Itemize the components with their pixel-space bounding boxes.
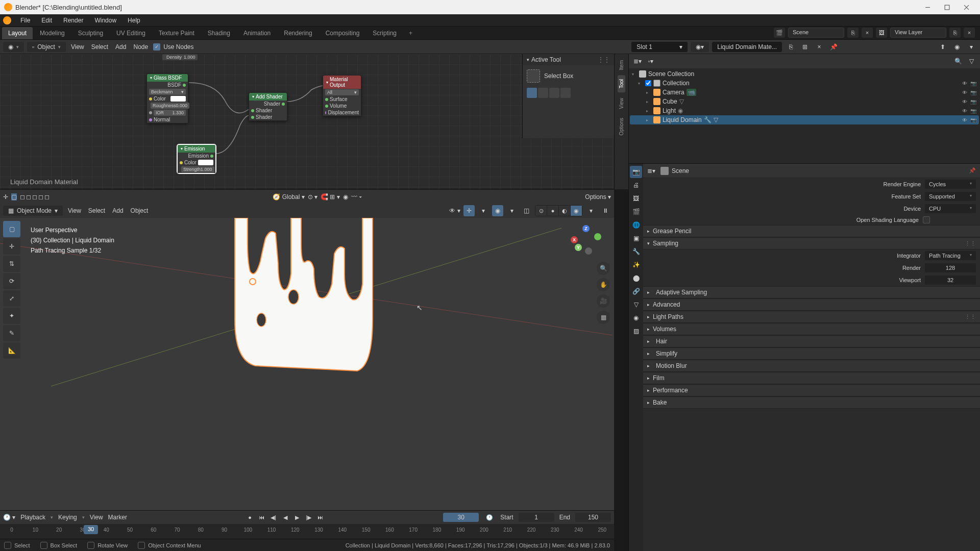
next-keyframe-button[interactable]: |▶	[303, 512, 314, 522]
glass-color-swatch[interactable]	[170, 96, 186, 102]
scene-delete-button[interactable]: ×	[862, 28, 873, 38]
osl-checkbox[interactable]	[923, 216, 930, 223]
node-snap-button[interactable]: ⬆	[937, 41, 948, 53]
device-dropdown[interactable]: CPU▾	[925, 204, 976, 213]
outliner-light[interactable]: ▸ Light ◉ 👁📷	[630, 106, 979, 115]
scene-new-button[interactable]: ⎘	[847, 28, 859, 38]
tab-layout[interactable]: Layout	[2, 27, 33, 39]
tab-uv-editing[interactable]: UV Editing	[110, 27, 152, 39]
tool-move[interactable]: ⇅	[3, 256, 20, 272]
shader-output-socket-icon[interactable]	[282, 103, 285, 106]
node-menu-select[interactable]: Select	[89, 42, 110, 52]
mesh-data-icon[interactable]: ▽	[679, 98, 684, 105]
timeline-editor-type[interactable]: 🕐 ▾	[3, 514, 15, 521]
select-mode-new[interactable]	[527, 88, 537, 98]
proportional-edit-button[interactable]: ◉	[343, 193, 348, 201]
window-maximize-button[interactable]	[937, 0, 957, 14]
timeline-ruler[interactable]: 0102030405060708090100110120130140150160…	[0, 524, 614, 539]
menu-help[interactable]: Help	[126, 16, 142, 25]
vp-menu-object[interactable]: Object	[129, 206, 151, 216]
interaction-mode-dropdown[interactable]: ▦ Object Mode ▾	[3, 206, 63, 216]
pan-tool-icon[interactable]: ✋	[597, 278, 610, 291]
outliner-editor-type[interactable]: ≣▾	[632, 56, 643, 67]
outliner-scene-collection[interactable]: ▾ Scene Collection	[630, 69, 979, 79]
outliner-search-icon[interactable]: 🔍	[952, 56, 964, 67]
glass-roughness-field[interactable]: Roughness0.000	[151, 103, 189, 109]
tab-texture-paint[interactable]: Texture Paint	[153, 27, 201, 39]
tab-shading[interactable]: Shading	[202, 27, 236, 39]
tab-scripting[interactable]: Scripting	[366, 27, 403, 39]
props-editor-type[interactable]: ≣▾	[647, 167, 657, 174]
menu-window[interactable]: Window	[92, 16, 118, 25]
tool-annotate[interactable]: ✎	[3, 325, 20, 341]
tool-cursor[interactable]: ✛	[3, 238, 20, 255]
outliner-filter-icon[interactable]: ▽	[966, 56, 977, 67]
outliner-cube[interactable]: ▸ Cube ▽ 👁📷	[630, 97, 979, 106]
bsdf-output-socket-icon[interactable]	[183, 84, 186, 87]
zoom-tool-icon[interactable]: 🔍	[597, 262, 610, 275]
shading-matpreview-button[interactable]: ◐	[559, 206, 570, 216]
collection-enable-checkbox[interactable]	[645, 80, 651, 86]
end-frame-field[interactable]: 150	[575, 513, 611, 522]
shader-input2-socket-icon[interactable]	[251, 116, 254, 119]
select-extend-button[interactable]: ◻	[26, 193, 31, 201]
scene-name-field[interactable]: Scene	[788, 28, 844, 38]
material-unlink-button[interactable]: ×	[814, 41, 825, 53]
play-button[interactable]: ▶	[291, 512, 303, 522]
overlay-dropdown[interactable]: ▾	[506, 205, 518, 216]
perspective-toggle-icon[interactable]: ▦	[597, 311, 610, 324]
vp-menu-select[interactable]: Select	[86, 206, 107, 216]
window-minimize-button[interactable]	[918, 0, 937, 14]
ptab-viewlayer[interactable]: 🖼	[630, 192, 642, 205]
section-light-paths[interactable]: ▸Light Paths⋮⋮	[643, 311, 980, 323]
pin-icon[interactable]: 📌	[969, 167, 976, 174]
ptab-particle[interactable]: ✨	[630, 259, 642, 271]
node-menu-node[interactable]: Node	[131, 42, 150, 52]
ptab-constraint[interactable]: 🔗	[630, 285, 642, 297]
node-editor-canvas[interactable]: Density 1.000 ▾Glass BSDF BSDF Beckmann▾…	[0, 54, 614, 189]
shader-type-dropdown[interactable]: ▫ Object ▾	[27, 42, 66, 52]
select-mode-extend[interactable]	[538, 88, 548, 98]
emission-color-socket-icon[interactable]	[180, 161, 183, 164]
timeline-menu-view[interactable]: View	[90, 514, 103, 521]
ntab-tool[interactable]: Tool	[618, 75, 625, 92]
pivot-dropdown[interactable]: ⊙ ▾	[308, 193, 317, 201]
material-new-button[interactable]: ⊞	[799, 41, 811, 53]
material-slot-dropdown[interactable]: Slot 1 ▾	[631, 42, 688, 52]
editor-type-icon[interactable]: ✛	[3, 193, 8, 201]
modifier-icon[interactable]: 🔧	[704, 116, 712, 123]
viewport-axis-gizmo[interactable]: Z X Y	[571, 225, 601, 256]
tab-compositing[interactable]: Compositing	[320, 27, 366, 39]
section-simplify[interactable]: ▸Simplify	[643, 347, 980, 360]
ptab-mesh[interactable]: ▽	[630, 298, 642, 311]
ntab-view[interactable]: View	[618, 94, 625, 113]
node-glass-header[interactable]: ▾Glass BSDF	[147, 74, 188, 82]
overlay-toggle-button[interactable]: ◉	[492, 205, 503, 216]
select-subtract-button[interactable]: ◻	[32, 193, 37, 201]
proportional-falloff-dropdown[interactable]: 〰 ▾	[351, 193, 362, 201]
node-add-header[interactable]: ▾Add Shader	[249, 93, 287, 101]
current-frame-field[interactable]: 30	[443, 513, 479, 522]
tab-animation[interactable]: Animation	[237, 27, 277, 39]
glass-distribution-dropdown[interactable]: Beckmann▾	[149, 89, 186, 95]
ptab-output[interactable]: 🖨	[630, 179, 642, 191]
volume-socket-icon[interactable]	[325, 105, 328, 108]
viewlayer-name-field[interactable]: View Layer	[890, 28, 946, 38]
select-set-button[interactable]: ◻	[20, 193, 25, 201]
light-data-icon[interactable]: ◉	[678, 107, 683, 114]
material-browse-button[interactable]: ◉▾	[691, 42, 709, 52]
render-samples-field[interactable]: 128	[925, 263, 976, 272]
material-copy-button[interactable]: ⎘	[785, 41, 796, 53]
section-grease-pencil[interactable]: ▸Grease Pencil	[643, 225, 980, 237]
snap-dropdown[interactable]: 🧲 ⊞ ▾	[321, 193, 340, 201]
ptab-render[interactable]: 📷	[630, 166, 642, 178]
integrator-dropdown[interactable]: Path Tracing▾	[925, 251, 976, 260]
emission-output-socket-icon[interactable]	[210, 155, 213, 158]
node-density-field[interactable]: Density 1.000	[162, 54, 198, 60]
menu-edit[interactable]: Edit	[39, 16, 54, 25]
section-volumes[interactable]: ▸Volumes	[643, 323, 980, 335]
section-sampling[interactable]: ▾Sampling⋮⋮	[643, 237, 980, 249]
disable-render-icon[interactable]: 📷	[970, 81, 977, 86]
tool-transform[interactable]: ✦	[3, 308, 20, 324]
tool-measure[interactable]: 📐	[3, 342, 20, 359]
